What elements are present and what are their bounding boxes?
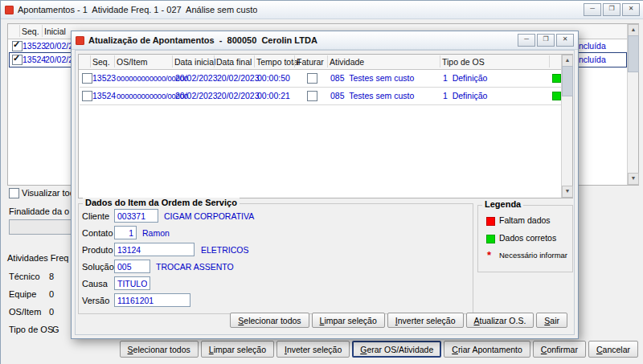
contato-extra: Ramon: [142, 228, 170, 238]
legend-faltam-dados: Faltam dados: [499, 215, 551, 225]
modal-selecionar-todos-button[interactable]: Selecionar todos: [230, 313, 309, 328]
minimize-button[interactable]: ─: [584, 3, 601, 16]
selecionar-todos-button[interactable]: Selecionar todos: [120, 341, 199, 358]
solucao-extra: TROCAR ASSENTO: [156, 262, 234, 272]
versao-label: Versão: [82, 296, 109, 305]
app-icon: [76, 36, 84, 45]
modal-button-bar: Selecionar todos Limpar seleção Inverter…: [78, 313, 567, 328]
causa-input[interactable]: [114, 276, 150, 290]
column-divider: [90, 55, 91, 67]
cell-tipo-os: 1 Definição: [443, 73, 487, 83]
causa-label: Causa: [82, 279, 108, 288]
cell-data-inicial: 20/02/2023: [175, 73, 218, 83]
cell-tempo-total: 00:00:21: [257, 91, 290, 100]
cell-atividade: 085 Testes sem custo: [330, 91, 414, 100]
tecnico-value: 8: [49, 272, 54, 281]
main-titlebar[interactable]: Apontamentos - 1 Atividade Freq. 1 - 027…: [1, 1, 643, 19]
finalidade-input-disabled: [9, 219, 73, 235]
header-os-item: OS/Item: [117, 57, 148, 67]
modal-window-controls: ─ ❐ ✕: [518, 34, 574, 47]
header-tipo-os: Tipo de OS: [442, 57, 485, 67]
atividades-label: Atividades Freq: [7, 253, 68, 263]
main-window-title: Apontamentos - 1 Atividade Freq. 1 - 027…: [18, 5, 257, 14]
versao-input[interactable]: [114, 293, 190, 307]
cliente-extra: CIGAM CORPORATIVA: [164, 211, 254, 221]
cell-seq: 13524: [92, 91, 116, 100]
row-select-checkbox[interactable]: ✓: [12, 55, 23, 65]
scroll-down-button[interactable]: ▼: [628, 173, 639, 185]
cell-data-final: 20/02/2023: [217, 91, 260, 100]
inveter-selecao-button[interactable]: Inveter seleção: [276, 341, 350, 358]
modal-inverter-selecao-button[interactable]: Inverter seleção: [387, 313, 464, 328]
cell-data-final: 20/02/2023: [217, 73, 260, 83]
column-divider: [327, 55, 328, 67]
modal-sair-button[interactable]: Sair: [536, 313, 567, 328]
cell-status: Incluída: [576, 41, 606, 51]
maximize-button[interactable]: ❐: [603, 3, 620, 16]
cell-tipo-os: 1 Definição: [443, 91, 487, 100]
tipo-os-value: G: [52, 325, 59, 334]
modal-close-button[interactable]: ✕: [556, 34, 574, 47]
legend-asterisk-icon: *: [487, 249, 491, 261]
scroll-up-icon: ▲: [629, 25, 638, 34]
app-icon: [5, 6, 14, 14]
produto-label: Produto: [82, 245, 113, 255]
scroll-up-button[interactable]: ▲: [628, 24, 639, 36]
modal-maximize-button[interactable]: ❐: [537, 34, 555, 47]
scroll-down-icon: ▼: [563, 186, 572, 195]
tecnico-label: Técnico: [9, 272, 40, 281]
main-table-scrollbar[interactable]: ▲ ▼: [627, 24, 638, 185]
column-divider: [549, 55, 550, 67]
check-icon: ✓: [13, 39, 20, 50]
detail-table-header: Seq. OS/Item Data inicial Data final Tem…: [79, 55, 561, 70]
scroll-down-icon: ▼: [629, 174, 638, 182]
os-item-value: 0: [49, 307, 54, 317]
column-divider: [172, 55, 173, 67]
header-data-final: Data final: [216, 57, 252, 67]
modal-limpar-selecao-button[interactable]: Limpar seleção: [312, 313, 385, 328]
criar-apontamento-button[interactable]: Criar Apontamento: [444, 341, 530, 358]
row-select-checkbox[interactable]: [82, 91, 92, 101]
column-divider: [214, 55, 215, 67]
app-screen: Apontamentos - 1 Atividade Freq. 1 - 027…: [0, 0, 643, 364]
visualizar-checkbox[interactable]: [9, 188, 19, 198]
detail-table-row[interactable]: 13524 000000000000/00000 20/02/2023 20/0…: [80, 87, 561, 105]
solucao-input[interactable]: [114, 260, 150, 273]
dados-item-groupbox-title: Dados do Item da Ordem de Serviço: [83, 198, 240, 207]
contato-input[interactable]: [114, 226, 137, 239]
cliente-label: Cliente: [82, 211, 109, 221]
header-seq: Seq.: [22, 27, 39, 36]
header-inicial: Inicial: [44, 27, 66, 36]
scroll-down-button[interactable]: ▼: [562, 186, 573, 198]
equipe-value: 0: [49, 289, 54, 299]
faturar-checkbox[interactable]: [307, 91, 317, 101]
close-button[interactable]: ✕: [622, 3, 640, 16]
detail-table-scrollbar[interactable]: ▲ ▼: [561, 55, 572, 198]
gerar-os-atividade-button[interactable]: Gerar OS/Atividade: [352, 341, 441, 358]
modal-titlebar[interactable]: Atualização de Apontamentos - 800050 Cer…: [72, 31, 578, 50]
confirmar-button[interactable]: Confirmar: [533, 341, 586, 358]
column-divider: [19, 25, 20, 37]
scroll-thumb[interactable]: [628, 35, 639, 72]
cliente-input[interactable]: [114, 209, 158, 223]
row-select-checkbox[interactable]: [82, 73, 92, 84]
scroll-up-button[interactable]: ▲: [562, 55, 573, 67]
scroll-thumb[interactable]: [562, 66, 573, 96]
row-select-checkbox[interactable]: ✓: [12, 41, 23, 51]
detail-table-row[interactable]: 13523 000000000000/00000 20/02/2023 20/0…: [80, 69, 561, 88]
modal-atualizar-os-button[interactable]: Atualizar O.S.: [466, 313, 534, 328]
cell-atividade: 085 Testes sem custo: [330, 73, 414, 83]
header-seq: Seq.: [92, 57, 110, 67]
column-divider: [254, 55, 255, 67]
modal-minimize-button[interactable]: ─: [518, 34, 535, 47]
check-icon: ✓: [13, 53, 20, 63]
cancelar-button[interactable]: Cancelar: [588, 341, 638, 358]
column-divider: [294, 55, 295, 67]
main-button-bar: Selecionar todos Limpar seleção Inveter …: [1, 341, 638, 358]
limpar-selecao-button[interactable]: Limpar seleção: [201, 341, 274, 358]
dados-item-groupbox: Dados do Item da Ordem de Serviço Client…: [78, 203, 473, 314]
produto-extra: ELETRICOS: [201, 245, 249, 255]
faturar-checkbox[interactable]: [307, 73, 317, 84]
produto-input[interactable]: [114, 243, 195, 256]
cell-seq: 13523: [92, 73, 116, 83]
